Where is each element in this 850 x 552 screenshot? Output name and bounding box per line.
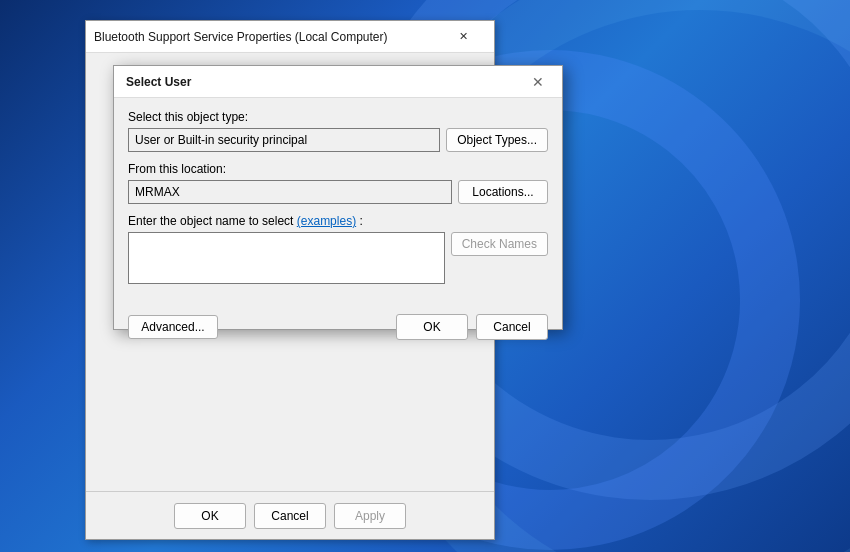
- object-type-label: Select this object type:: [128, 110, 548, 124]
- examples-link[interactable]: (examples): [297, 214, 356, 228]
- locations-button[interactable]: Locations...: [458, 180, 548, 204]
- select-user-ok-button[interactable]: OK: [396, 314, 468, 340]
- object-name-group: Enter the object name to select (example…: [128, 214, 548, 284]
- bluetooth-cancel-button[interactable]: Cancel: [254, 503, 326, 529]
- object-name-label-text: Enter the object name to select: [128, 214, 293, 228]
- bluetooth-window-close-button[interactable]: ✕: [440, 21, 486, 53]
- object-type-input[interactable]: [128, 128, 440, 152]
- object-type-row: Object Types...: [128, 128, 548, 152]
- object-type-group: Select this object type: Object Types...: [128, 110, 548, 152]
- select-user-cancel-button[interactable]: Cancel: [476, 314, 548, 340]
- location-label: From this location:: [128, 162, 548, 176]
- object-name-area-row: Check Names: [128, 232, 548, 284]
- bluetooth-apply-button[interactable]: Apply: [334, 503, 406, 529]
- check-names-button[interactable]: Check Names: [451, 232, 548, 256]
- location-input[interactable]: [128, 180, 452, 204]
- bluetooth-window-footer: OK Cancel Apply: [86, 491, 494, 539]
- select-user-title: Select User: [126, 75, 191, 89]
- select-user-dialog: Select User ✕ Select this object type: O…: [113, 65, 563, 330]
- object-name-label: Enter the object name to select (example…: [128, 214, 548, 228]
- select-user-titlebar: Select User ✕: [114, 66, 562, 98]
- bluetooth-ok-button[interactable]: OK: [174, 503, 246, 529]
- select-user-footer: Advanced... OK Cancel: [114, 306, 562, 340]
- colon2: :: [359, 214, 362, 228]
- bluetooth-window-titlebar: Bluetooth Support Service Properties (Lo…: [86, 21, 494, 53]
- footer-right-buttons: OK Cancel: [396, 314, 548, 340]
- object-types-button[interactable]: Object Types...: [446, 128, 548, 152]
- select-user-close-button[interactable]: ✕: [526, 70, 550, 94]
- advanced-button[interactable]: Advanced...: [128, 315, 218, 339]
- location-row: Locations...: [128, 180, 548, 204]
- select-user-body: Select this object type: Object Types...…: [114, 98, 562, 306]
- bluetooth-window-controls: ✕: [440, 21, 486, 53]
- location-group: From this location: Locations...: [128, 162, 548, 204]
- object-name-textarea[interactable]: [128, 232, 445, 284]
- bluetooth-window-title: Bluetooth Support Service Properties (Lo…: [94, 30, 387, 44]
